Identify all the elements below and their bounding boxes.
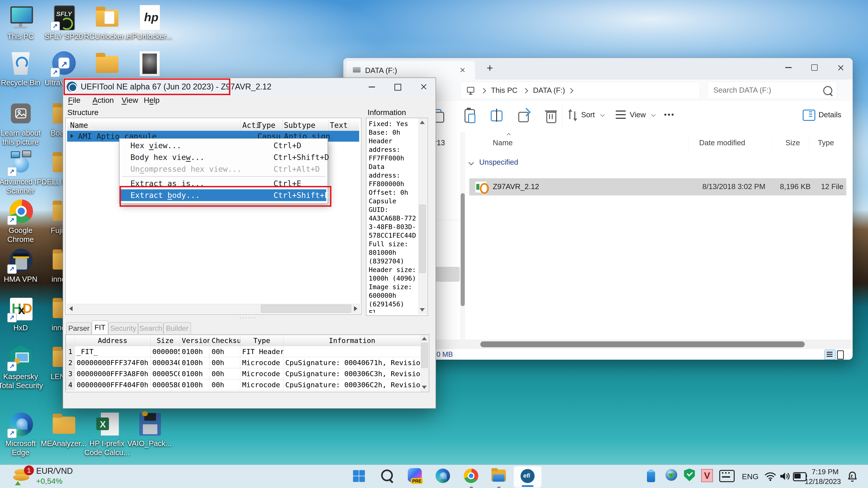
fit-col-size[interactable]: Size [151,335,180,346]
breadcrumb[interactable]: This PC DATA (F:) [460,82,700,99]
column-header-name[interactable]: Name [493,138,513,147]
menu-file[interactable]: File [68,96,81,105]
menu-item-body-hex-view[interactable]: Body hex view... Ctrl+Shift+D [121,151,326,163]
desktop-icon-advanced-ip-scanner[interactable]: ↗ Advanced IP Scanner [0,150,45,195]
fit-col-type[interactable]: Type [240,335,283,346]
desktop-icon-recycle-bin[interactable]: Recycle Bin [0,51,45,87]
scroll-up-icon[interactable] [422,337,427,340]
taskbar-edge-button[interactable] [435,468,451,484]
fit-col-version[interactable]: Version [180,335,210,346]
copilot-button[interactable]: PRE [407,468,423,484]
delete-button[interactable] [545,109,558,122]
desktop-icon-this-pc[interactable]: This PC [0,4,45,41]
start-button[interactable] [351,468,367,484]
explorer-tab[interactable]: DATA (F:) [346,61,475,79]
fit-scrollbar[interactable] [421,335,428,391]
tree-column-name[interactable]: Name [70,121,88,130]
paste-button[interactable] [463,109,476,122]
fit-row-4[interactable]: 4 00000000FFF404F0h 00005800h 0100h 00h … [66,379,421,390]
taskbar-clock[interactable]: 7:19 PM 12/18/2023 [805,468,839,486]
tab-parser[interactable]: Parser [66,322,92,334]
desktop-icon-kaspersky[interactable]: ↗ Kaspersky Total Security [0,345,45,390]
fit-col-checksum[interactable]: Checksum [210,335,240,346]
widgets-button[interactable]: 1 EUR/VND +0,54% [7,465,97,488]
explorer-maximize-button[interactable] [811,64,817,71]
taskbar-search-button[interactable] [379,468,395,484]
scroll-left-icon[interactable] [69,306,72,311]
desktop-icon-hma-vpn[interactable]: ↗ HMA VPN [0,248,45,284]
search-box[interactable] [707,82,837,99]
fit-row-1[interactable]: 1 _FIT_ 00000050h 0100h 00h FIT Header [66,346,421,357]
desktop-icon-hxd[interactable]: H x D ↗ HxD [0,296,45,332]
file-row[interactable]: Z97AVR_2.12 8/13/2018 3:02 PM 8,196 KB 1… [469,178,846,195]
fit-row-3[interactable]: 3 00000000FFF3A8F0h 00005C00h 0100h 00h … [66,368,421,379]
tab-close-icon[interactable] [460,67,465,73]
scroll-up-icon[interactable] [420,121,425,124]
volume-icon[interactable] [778,470,791,484]
menu-item-extract-as-is[interactable]: Extract as is... Ctrl+E [121,177,326,189]
uefitool-close-button[interactable] [420,84,427,90]
desktop-icon-learn-about-picture[interactable]: Learn about this picture [0,101,45,147]
scroll-right-icon[interactable] [354,306,358,311]
rename-button[interactable] [490,109,504,122]
menu-item-hex-view[interactable]: Hex view... Ctrl+D [121,140,326,151]
menu-action[interactable]: Action [92,96,114,105]
tree-column-subtype[interactable]: Subtype [284,121,315,130]
notification-bell-icon[interactable]: z [846,470,859,484]
group-collapse-icon[interactable] [468,160,474,165]
tree-column-text[interactable]: Text [330,121,348,130]
menu-view[interactable]: View [122,96,138,105]
wifi-icon[interactable] [764,470,777,484]
tab-security[interactable]: Security [108,322,138,334]
information-scrollbar[interactable] [418,119,427,314]
desktop-icon-sfly-sp20[interactable]: SFLY ↗ SFLY SP20 [39,4,89,41]
taskbar-chrome-button[interactable] [463,468,479,484]
desktop-icon-vaio-pack[interactable]: VAIO_Pack... [125,412,174,448]
language-indicator[interactable]: ENG [742,472,758,481]
desktop-icon-hpunlocker[interactable]: hp HPUnlocker... [125,4,174,41]
column-header-type[interactable]: Type [818,138,834,147]
tree-column-type[interactable]: Type [257,121,275,130]
splitter-handle[interactable]: ······ [239,317,257,318]
tab-builder[interactable]: Builder [163,322,191,334]
shortcut-arrow-icon: ↗ [7,264,17,274]
information-scrollbar-thumb[interactable] [419,205,426,273]
desktop-icon-google-chrome[interactable]: ↗ Google Chrome [0,199,45,244]
uefitool-maximize-button[interactable] [395,84,401,91]
column-header-date[interactable]: Date modified [699,138,745,147]
structure-h-scrollbar[interactable] [67,304,360,313]
fit-col-information[interactable]: Information [283,335,421,346]
fit-scrollbar-thumb[interactable] [421,343,428,368]
uefitool-title-bar[interactable]: UEFITool NE alpha 67 (Jun 20 2023) - Z97… [63,78,435,95]
taskbar-uefitool-button[interactable]: efi [514,466,541,488]
desktop-icon-meanalyzer[interactable]: MEAnalyzer... [39,412,89,448]
breadcrumb-drive[interactable]: DATA (F:) [533,86,565,95]
tree-expand-icon[interactable] [70,134,73,138]
desktop-icon-microsoft-edge[interactable]: ↗ Microsoft Edge [0,412,45,457]
uefitool-minimize-button[interactable] [369,87,375,88]
menu-item-extract-body[interactable]: Extract body... Ctrl+Shift+E [121,189,326,201]
desktop-icon-rcunlocker[interactable]: RCUnlocker... [82,4,132,41]
fit-row-2[interactable]: 2 00000000FFF374F0h 00003400h 0100h 00h … [66,357,421,368]
column-header-size[interactable]: Size [785,138,800,147]
tab-fit[interactable]: FIT [92,320,108,334]
menu-help[interactable]: Help [144,96,160,105]
fit-col-address[interactable]: Address [75,335,151,346]
horizontal-scrollbar-thumb[interactable] [480,341,805,347]
structure-h-scrollbar-thumb[interactable] [261,304,351,313]
taskbar-explorer-button[interactable] [491,468,507,484]
scroll-down-icon[interactable] [420,308,425,312]
share-button[interactable] [518,109,531,122]
nav-scrollbar-thumb[interactable] [461,193,465,306]
scroll-down-icon[interactable] [422,386,427,389]
breadcrumb-this-pc[interactable]: This PC [491,86,518,95]
new-tab-button[interactable]: + [485,64,494,73]
search-input[interactable] [713,84,820,96]
explorer-close-button[interactable] [837,64,844,71]
thumbnail-view-toggle[interactable] [837,350,844,359]
tab-search[interactable]: Search [138,322,163,334]
nav-scrollbar[interactable] [460,132,465,339]
desktop-icon-hp-iprefix-calc[interactable]: X HP I-prefix Code Calcu... [82,412,132,457]
explorer-minimize-button[interactable] [785,67,792,68]
details-view-toggle[interactable] [825,350,836,360]
